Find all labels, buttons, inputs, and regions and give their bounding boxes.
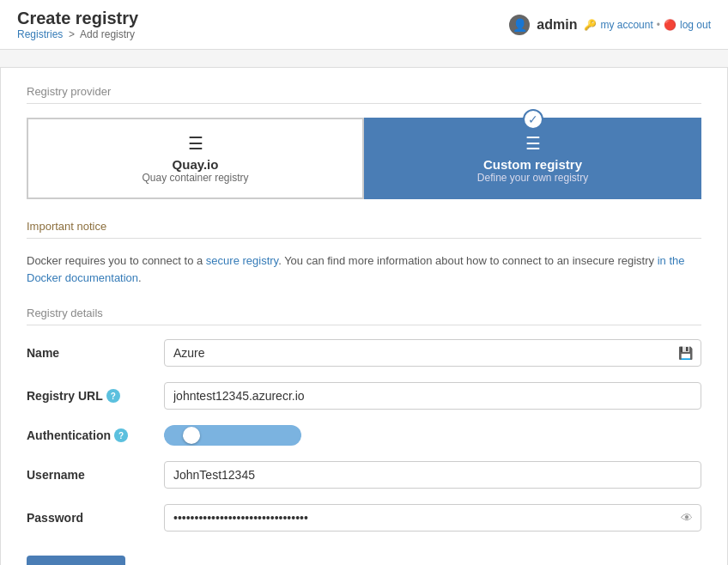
username-group: Username [27,461,701,489]
authentication-label: Authentication ? [27,428,164,442]
provider-options: ☰ Quay.io Quay container registry ✓ ☰ Cu… [27,118,701,199]
registry-details-section: Registry details Name 💾 Registry URL ? A… [27,307,701,565]
quay-desc: Quay container registry [42,172,349,184]
quay-name: Quay.io [42,157,349,172]
password-group: Password 👁 [27,504,701,532]
quay-icon: ☰ [42,133,349,154]
log-out-link[interactable]: log out [680,19,711,31]
admin-label: admin [537,17,577,33]
authentication-toggle[interactable] [164,425,301,446]
registry-url-help-icon[interactable]: ? [106,389,120,403]
key-icon: 🔑 [584,19,597,31]
custom-option[interactable]: ✓ ☰ Custom registry Define your own regi… [364,118,701,199]
my-account-link[interactable]: my account [600,19,652,31]
notice-section: Important notice Docker requires you to … [27,220,701,286]
password-label: Password [27,511,164,525]
name-save-icon: 💾 [678,346,693,360]
name-input-wrapper: 💾 [164,339,701,367]
authentication-help-icon[interactable]: ? [114,428,128,442]
notice-header: Important notice [27,220,701,239]
check-badge: ✓ [523,109,543,130]
custom-icon: ☰ [379,133,686,154]
custom-desc: Define your own registry [379,172,686,184]
password-input[interactable] [164,504,701,532]
registry-provider-header: Registry provider [27,85,701,104]
custom-name: Custom registry [379,157,686,172]
name-group: Name 💾 [27,339,701,367]
page-title: Create registry [17,9,138,28]
name-label: Name [27,346,164,360]
add-registry-button[interactable]: Add registry [27,556,125,565]
authentication-group: Authentication ? [27,425,701,446]
registry-details-header: Registry details [27,307,701,325]
breadcrumb-registries-link[interactable]: Registries [17,28,63,40]
password-input-wrapper: 👁 [164,504,701,532]
logout-icon: 🔴 [664,19,676,31]
registry-url-label: Registry URL ? [27,389,164,403]
separator: • [657,19,660,31]
breadcrumb: Registries > Add registry [17,28,138,40]
breadcrumb-current: Add registry [80,28,135,40]
registry-url-input[interactable] [164,382,701,410]
username-label: Username [27,468,164,482]
registry-url-group: Registry URL ? [27,382,701,410]
toggle-slider [164,425,301,446]
secure-registry-link[interactable]: secure registry [206,254,278,267]
quay-option[interactable]: ☰ Quay.io Quay container registry [27,118,364,199]
password-eye-icon: 👁 [681,511,693,525]
notice-text: Docker requires you to connect to a secu… [27,252,701,286]
username-input[interactable] [164,461,701,489]
account-icon: 👤 [509,15,530,35]
name-input[interactable] [164,339,701,367]
